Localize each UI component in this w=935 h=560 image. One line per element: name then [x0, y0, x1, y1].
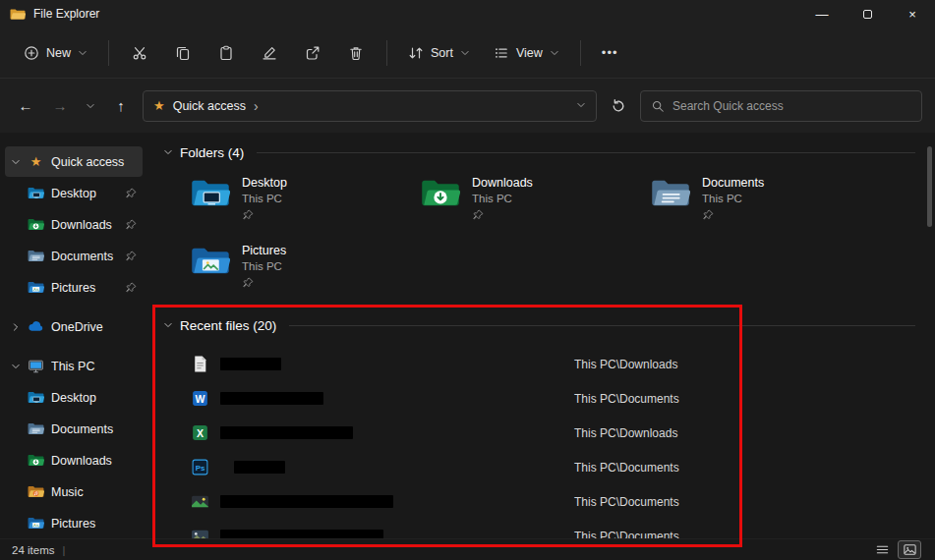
delete-button[interactable]	[336, 35, 376, 71]
chevron-right-icon[interactable]	[11, 322, 21, 332]
pin-icon	[125, 251, 137, 262]
chevron-down-icon[interactable]	[163, 320, 173, 330]
redacted-filename	[220, 530, 383, 538]
excel-spreadsheet-icon	[191, 423, 209, 442]
folder-tile-desktop[interactable]: Desktop This PC	[191, 176, 421, 224]
sidebar-item-this-pc[interactable]: This PC	[5, 351, 143, 381]
sidebar-item-desktop[interactable]: Desktop	[5, 178, 143, 208]
copy-button[interactable]	[163, 35, 203, 71]
recent-file-row[interactable]: This PC\Documents	[191, 484, 915, 519]
up-button[interactable]: ↑	[108, 91, 134, 121]
large-icons-view-button[interactable]	[898, 540, 921, 559]
file-explorer-icon	[10, 8, 26, 21]
rename-button[interactable]	[250, 35, 289, 71]
chevron-down-icon[interactable]	[163, 147, 173, 157]
address-dropdown-button[interactable]	[576, 99, 586, 113]
recent-file-row[interactable]: This PC\Documents	[191, 381, 915, 416]
see-more-button[interactable]: •••	[592, 37, 628, 68]
recent-file-row[interactable]: This PC\Documents	[191, 450, 915, 484]
chevron-down-icon[interactable]	[11, 157, 21, 167]
chevron-down-icon	[576, 100, 586, 110]
address-bar[interactable]: ★ Quick access ›	[143, 90, 597, 122]
view-icon	[494, 45, 509, 61]
details-view-button[interactable]	[870, 540, 894, 559]
desktop-folder-icon	[28, 185, 44, 201]
recent-locations-button[interactable]	[82, 91, 99, 121]
forward-button[interactable]: →	[47, 91, 73, 121]
redacted-filename	[220, 495, 393, 508]
sidebar-group-gap	[0, 304, 147, 311]
sort-button[interactable]: Sort	[398, 37, 480, 69]
status-divider: |	[62, 544, 65, 556]
details-view-icon	[875, 542, 890, 557]
folder-tile-downloads[interactable]: Downloads This PC	[421, 176, 651, 224]
up-icon: ↑	[117, 97, 125, 114]
sidebar-item-downloads[interactable]: Downloads	[5, 209, 143, 240]
more-icon: •••	[602, 45, 618, 60]
folders-grid: Desktop This PC Downloads This PC	[191, 176, 915, 292]
toolbar-divider	[580, 40, 581, 66]
back-button[interactable]: ←	[13, 91, 38, 121]
folder-tile-documents[interactable]: Documents This PC	[651, 176, 881, 224]
folder-tile-pictures[interactable]: Pictures This PC	[191, 244, 421, 292]
search-input[interactable]	[672, 99, 911, 113]
file-location: This PC\Documents	[574, 495, 915, 509]
onedrive-icon	[28, 318, 44, 335]
share-icon	[305, 45, 321, 61]
chevron-down-icon	[460, 48, 470, 58]
recent-file-row[interactable]: This PC\Downloads	[191, 416, 915, 450]
pictures-folder-icon	[28, 279, 44, 296]
navigation-bar: ← → ↑ ★ Quick access ›	[0, 79, 935, 133]
sidebar-item-this-pc-music[interactable]: Music	[5, 476, 143, 507]
plus-circle-icon	[24, 45, 39, 61]
view-toggles	[870, 540, 923, 559]
recent-file-row[interactable]: This PC\Documents	[191, 519, 915, 538]
search-icon	[651, 99, 665, 113]
sidebar-item-documents[interactable]: Documents	[5, 241, 143, 271]
recent-files-section-header[interactable]: Recent files (20)	[163, 315, 915, 335]
window-controls: — ×	[799, 0, 935, 28]
maximize-button[interactable]	[845, 0, 890, 28]
sidebar-item-this-pc-documents[interactable]: Documents	[5, 414, 143, 444]
command-bar: New Sort View •••	[0, 28, 935, 79]
recent-file-row[interactable]: This PC\Downloads	[191, 347, 915, 381]
cut-button[interactable]	[120, 35, 159, 71]
image-file-icon	[191, 492, 209, 511]
section-divider	[289, 325, 915, 326]
sidebar-item-onedrive[interactable]: OneDrive	[5, 311, 143, 342]
minimize-button[interactable]: —	[799, 0, 845, 28]
share-button[interactable]	[293, 35, 332, 71]
folders-section-header[interactable]: Folders (4)	[163, 142, 915, 162]
sidebar-item-pictures[interactable]: Pictures	[5, 272, 143, 303]
sidebar-item-this-pc-desktop[interactable]: Desktop	[5, 382, 143, 413]
pictures-folder-icon	[28, 515, 44, 532]
redacted-filename	[220, 392, 323, 405]
new-button[interactable]: New	[14, 37, 97, 69]
chevron-down-icon	[78, 48, 88, 58]
sidebar-item-quick-access[interactable]: ★ Quick access	[5, 146, 143, 177]
vertical-scrollbar[interactable]	[927, 146, 932, 227]
content-pane: Folders (4) Desktop This PC Downloads	[147, 133, 935, 538]
recent-files-section-title: Recent files (20)	[180, 318, 276, 333]
file-location: This PC\Documents	[574, 530, 915, 539]
large-icons-view-icon	[903, 542, 917, 557]
window-title: File Explorer	[33, 7, 99, 21]
refresh-button[interactable]	[606, 91, 631, 121]
breadcrumb-location[interactable]: Quick access	[173, 99, 246, 113]
sort-button-label: Sort	[431, 46, 453, 60]
view-button[interactable]: View	[484, 37, 569, 69]
sidebar-item-this-pc-pictures[interactable]: Pictures	[5, 508, 143, 538]
close-button[interactable]: ×	[890, 0, 935, 28]
sidebar-item-this-pc-downloads[interactable]: Downloads	[5, 445, 143, 476]
delete-icon	[348, 45, 364, 61]
chevron-down-icon	[550, 48, 559, 58]
breadcrumb-separator[interactable]: ›	[254, 98, 259, 114]
cut-icon	[132, 45, 147, 61]
pictures-folder-icon	[191, 245, 230, 277]
downloads-folder-icon	[421, 177, 460, 209]
chevron-down-icon[interactable]	[11, 362, 21, 371]
minimize-icon: —	[816, 7, 829, 22]
sidebar-group-gap	[0, 343, 147, 351]
desktop-folder-icon	[191, 177, 230, 209]
paste-button[interactable]	[206, 35, 246, 71]
